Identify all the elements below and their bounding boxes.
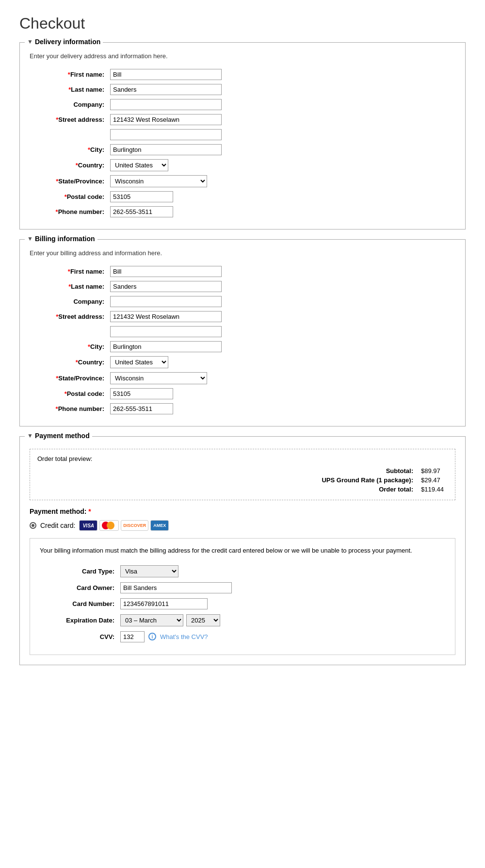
- billing-postal-input[interactable]: [110, 388, 173, 399]
- credit-form-table: Card Type: Visa Card Owner: Card Number:: [40, 563, 445, 645]
- page-title: Checkout: [19, 15, 466, 33]
- billing-company-input[interactable]: [110, 296, 222, 307]
- card-owner-row: Card Owner:: [40, 580, 445, 596]
- ups-row: UPS Ground Rate (1 package): $29.47: [318, 475, 448, 485]
- billing-first-name-input[interactable]: [110, 266, 222, 277]
- visa-icon: VISA: [79, 520, 97, 531]
- card-owner-input[interactable]: [120, 582, 232, 593]
- order-preview: Order total preview: Subtotal: $89.97 UP…: [30, 449, 455, 500]
- billing-section: ▼ Billing information Enter your billing…: [19, 239, 466, 426]
- delivery-company-label: Company:: [30, 97, 107, 112]
- payment-title: Payment method: [35, 432, 90, 440]
- billing-state-select[interactable]: Wisconsin: [110, 372, 207, 384]
- billing-phone-input[interactable]: [110, 403, 173, 414]
- card-owner-label: Card Owner:: [40, 580, 117, 596]
- cvv-input[interactable]: [120, 631, 145, 642]
- billing-first-name-row: *First name:: [30, 264, 455, 279]
- delivery-street-row: *Street address:: [30, 112, 455, 127]
- billing-last-name-input[interactable]: [110, 281, 222, 292]
- billing-legend: ▼ Billing information: [25, 235, 97, 243]
- delivery-country-select[interactable]: United States: [110, 159, 168, 171]
- delivery-street2-input[interactable]: [110, 129, 222, 140]
- billing-phone-row: *Phone number:: [30, 401, 455, 416]
- billing-street-input[interactable]: [110, 311, 222, 322]
- billing-street-row: *Street address:: [30, 309, 455, 324]
- delivery-company-input[interactable]: [110, 99, 222, 110]
- delivery-company-row: Company:: [30, 97, 455, 112]
- billing-street2-row: [30, 324, 455, 339]
- billing-street-label: *Street address:: [30, 309, 107, 324]
- order-total-label: Order total:: [318, 485, 417, 494]
- billing-city-input[interactable]: [110, 341, 222, 352]
- payment-arrow-icon: ▼: [27, 432, 33, 439]
- order-preview-title: Order total preview:: [37, 455, 448, 462]
- delivery-city-label: *City:: [30, 142, 107, 157]
- delivery-last-name-row: *Last name:: [30, 82, 455, 97]
- billing-state-label: *State/Province:: [30, 370, 107, 386]
- delivery-city-input[interactable]: [110, 144, 222, 155]
- delivery-last-name-input[interactable]: [110, 84, 222, 95]
- expiry-inputs: 03 – March 2025: [120, 614, 442, 626]
- billing-arrow-icon: ▼: [27, 235, 33, 242]
- card-type-row: Card Type: Visa: [40, 563, 445, 580]
- payment-warning: Your billing information must match the …: [40, 546, 445, 556]
- order-total-row: Order total: $119.44: [318, 485, 448, 494]
- delivery-first-name-row: *First name:: [30, 67, 455, 82]
- cvv-row: CVV: i What's the CVV?: [40, 629, 445, 645]
- delivery-state-row: *State/Province: Wisconsin: [30, 173, 455, 189]
- delivery-postal-input[interactable]: [110, 191, 173, 202]
- credit-card-row: Credit card: VISA DISCOVER AMEX: [30, 520, 455, 531]
- delivery-legend: ▼ Delivery information: [25, 38, 103, 46]
- billing-country-select[interactable]: United States: [110, 356, 168, 368]
- billing-city-row: *City:: [30, 339, 455, 354]
- delivery-postal-row: *Postal code:: [30, 189, 455, 204]
- delivery-country-label: *Country:: [30, 157, 107, 173]
- card-type-select[interactable]: Visa: [120, 565, 178, 577]
- billing-postal-label: *Postal code:: [30, 386, 107, 401]
- payment-legend: ▼ Payment method: [25, 432, 92, 440]
- expiry-label: Expiration Date:: [40, 612, 117, 629]
- delivery-arrow-icon: ▼: [27, 38, 33, 45]
- order-preview-table: Subtotal: $89.97 UPS Ground Rate (1 pack…: [318, 466, 448, 494]
- billing-street2-input[interactable]: [110, 326, 222, 337]
- billing-form: *First name: *Last name: Company: *Stree…: [30, 264, 455, 416]
- subtotal-row: Subtotal: $89.97: [318, 466, 448, 475]
- payment-method-label: Payment method: *: [30, 508, 455, 515]
- credit-card-form: Your billing information must match the …: [30, 538, 455, 655]
- billing-state-row: *State/Province: Wisconsin: [30, 370, 455, 386]
- delivery-first-name-input[interactable]: [110, 69, 222, 80]
- expiry-month-select[interactable]: 03 – March: [120, 614, 183, 626]
- ups-value: $29.47: [417, 475, 448, 485]
- cvv-link[interactable]: What's the CVV?: [160, 633, 208, 640]
- card-number-input[interactable]: [120, 598, 208, 609]
- delivery-first-name-label: *First name:: [30, 67, 107, 82]
- billing-first-name-label: *First name:: [30, 264, 107, 279]
- discover-icon: DISCOVER: [121, 520, 148, 531]
- delivery-phone-input[interactable]: [110, 206, 173, 217]
- card-type-label: Card Type:: [40, 563, 117, 580]
- billing-last-name-row: *Last name:: [30, 279, 455, 294]
- cvv-input-row: i What's the CVV?: [120, 631, 442, 642]
- card-number-row: Card Number:: [40, 596, 445, 612]
- billing-company-label: Company:: [30, 294, 107, 309]
- delivery-form: *First name: *Last name: Company: *Stree…: [30, 67, 455, 219]
- expiry-year-select[interactable]: 2025: [186, 614, 220, 626]
- credit-card-radio[interactable]: [30, 522, 36, 529]
- billing-title: Billing information: [35, 235, 95, 243]
- mastercard-icon: [99, 520, 119, 531]
- billing-country-label: *Country:: [30, 354, 107, 370]
- billing-postal-row: *Postal code:: [30, 386, 455, 401]
- delivery-state-select[interactable]: Wisconsin: [110, 175, 207, 187]
- billing-country-row: *Country: United States: [30, 354, 455, 370]
- radio-inner: [32, 524, 34, 527]
- delivery-street-label: *Street address:: [30, 112, 107, 127]
- delivery-state-label: *State/Province:: [30, 173, 107, 189]
- delivery-street2-row: [30, 127, 455, 142]
- cvv-info-icon[interactable]: i: [148, 633, 156, 640]
- card-icons: VISA DISCOVER AMEX: [79, 520, 169, 531]
- delivery-postal-label: *Postal code:: [30, 189, 107, 204]
- delivery-street-input[interactable]: [110, 114, 222, 125]
- delivery-city-row: *City:: [30, 142, 455, 157]
- delivery-phone-row: *Phone number:: [30, 204, 455, 219]
- billing-phone-label: *Phone number:: [30, 401, 107, 416]
